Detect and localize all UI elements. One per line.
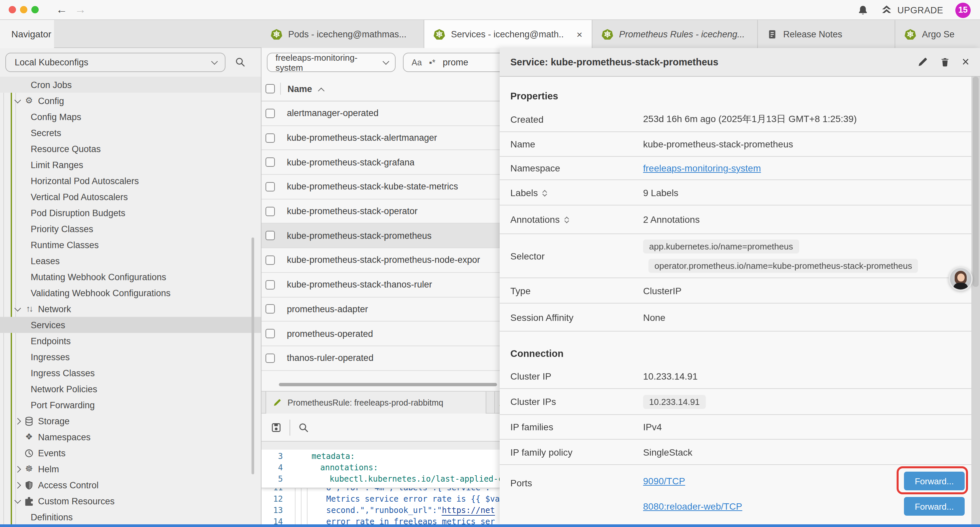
- tab-services-icecheng-math[interactable]: Services - icecheng@math...×: [424, 20, 592, 48]
- editor-tab-prometheusrule[interactable]: PrometheusRule: freeleaps-prod-rabbitmq: [266, 392, 486, 414]
- assistant-avatar[interactable]: [949, 267, 973, 291]
- table-row-alertmanager-operated[interactable]: alertmanager-operated: [261, 101, 500, 126]
- sort-ascending-icon[interactable]: [318, 88, 325, 94]
- services-table: alertmanager-operatedkube-prometheus-sta…: [261, 101, 500, 371]
- row-checkbox[interactable]: [266, 304, 275, 314]
- chevron-right-icon[interactable]: [14, 466, 21, 472]
- sidebar-item-ingresses[interactable]: Ingresses: [0, 349, 261, 365]
- row-checkbox[interactable]: [266, 329, 275, 338]
- tab-release-notes[interactable]: Release Notes: [758, 20, 895, 48]
- sidebar-item-config-maps[interactable]: Config Maps: [0, 109, 261, 125]
- table-row-prometheus-operated[interactable]: prometheus-operated: [261, 322, 500, 346]
- sidebar-item-leases[interactable]: Leases: [0, 253, 261, 269]
- row-checkbox[interactable]: [266, 158, 275, 167]
- row-checkbox[interactable]: [266, 207, 275, 216]
- table-row-thanos-ruler-operated[interactable]: thanos-ruler-operated: [261, 346, 500, 371]
- forward-button[interactable]: Forward...: [904, 497, 965, 516]
- name-column-header[interactable]: Name: [288, 84, 312, 94]
- navigator-panel-tab[interactable]: Navigator: [0, 20, 54, 48]
- sidebar-item-horizontal-pod-autoscalers[interactable]: Horizontal Pod Autoscalers: [0, 173, 261, 189]
- upgrade-button[interactable]: UPGRADE: [881, 4, 943, 16]
- row-checkbox[interactable]: [266, 231, 275, 240]
- yaml-editor[interactable]: 3metadata:4annotations:5kubectl.kubernet…: [261, 450, 500, 524]
- row-checkbox[interactable]: [266, 133, 275, 142]
- expand-collapse-toggle[interactable]: [543, 188, 547, 196]
- kubeconfig-select[interactable]: Local Kubeconfigs: [5, 53, 226, 72]
- sidebar-item-port-forwarding[interactable]: Port Forwarding: [0, 397, 261, 413]
- tab-argo-se[interactable]: Argo Se: [895, 20, 980, 48]
- panel-scrollbar-track[interactable]: [971, 77, 980, 524]
- sidebar-item-limit-ranges[interactable]: Limit Ranges: [0, 157, 261, 173]
- sidebar-item-vertical-pod-autoscalers[interactable]: Vertical Pod Autoscalers: [0, 189, 261, 205]
- sidebar-item-validating-webhook-configurations[interactable]: Validating Webhook Configurations: [0, 285, 261, 301]
- sidebar-item-namespaces[interactable]: ❖Namespaces: [0, 429, 261, 445]
- forward-arrow-button[interactable]: →: [75, 2, 86, 18]
- row-checkbox[interactable]: [266, 255, 275, 265]
- maximize-window-button[interactable]: [31, 6, 39, 13]
- table-row-kube-prometheus-stack-kube-state-metrics[interactable]: kube-prometheus-stack-kube-state-metrics: [261, 175, 500, 199]
- table-row-kube-prometheus-stack-thanos-ruler[interactable]: kube-prometheus-stack-thanos-ruler: [261, 273, 500, 297]
- close-window-button[interactable]: [9, 6, 16, 13]
- sidebar-item-access-control[interactable]: Access Control: [0, 477, 261, 493]
- table-row-kube-prometheus-stack-operator[interactable]: kube-prometheus-stack-operator: [261, 199, 500, 224]
- filter-input[interactable]: Aa ▪* prome: [403, 53, 516, 72]
- sidebar-item-resource-quotas[interactable]: Resource Quotas: [0, 141, 261, 157]
- app-window: ← → UPGRADE 15 Navigator Pods - icecheng…: [0, 0, 980, 527]
- table-row-kube-prometheus-stack-grafana[interactable]: kube-prometheus-stack-grafana: [261, 150, 500, 175]
- sidebar-item-endpoints[interactable]: Endpoints: [0, 333, 261, 349]
- select-all-checkbox[interactable]: [266, 84, 275, 93]
- sidebar-item-network-policies[interactable]: Network Policies: [0, 381, 261, 397]
- match-case-toggle[interactable]: Aa: [412, 58, 422, 67]
- save-icon[interactable]: [271, 422, 282, 433]
- port-link[interactable]: 9090/TCP: [643, 476, 685, 486]
- notification-count-badge[interactable]: 15: [955, 2, 970, 18]
- sidebar-item-runtime-classes[interactable]: Runtime Classes: [0, 237, 261, 253]
- sidebar-item-services[interactable]: Services: [0, 317, 261, 333]
- expand-collapse-toggle[interactable]: [565, 215, 568, 223]
- sidebar-item-helm[interactable]: ☸Helm: [0, 461, 261, 477]
- regex-toggle[interactable]: ▪*: [429, 58, 436, 67]
- sidebar-item-config[interactable]: ⚙Config: [0, 93, 261, 109]
- notifications-bell-icon[interactable]: [857, 4, 869, 16]
- editor-search-icon[interactable]: [298, 422, 309, 433]
- row-checkbox[interactable]: [266, 109, 275, 118]
- namespace-link[interactable]: freeleaps-monitoring-system: [643, 163, 761, 174]
- table-row-kube-prometheus-stack-alertmanager[interactable]: kube-prometheus-stack-alertmanager: [261, 126, 500, 150]
- sidebar-item-ingress-classes[interactable]: Ingress Classes: [0, 365, 261, 381]
- tab-pods-icecheng-mathmas[interactable]: Pods - icecheng@mathmas...: [261, 20, 424, 48]
- sidebar-item-priority-classes[interactable]: Priority Classes: [0, 221, 261, 237]
- sidebar-item-network[interactable]: ↑↓Network: [0, 301, 261, 317]
- back-arrow-button[interactable]: ←: [56, 2, 67, 18]
- table-row-kube-prometheus-stack-prometheus[interactable]: kube-prometheus-stack-prometheus: [261, 224, 500, 248]
- table-row-kube-prometheus-stack-prometheus-node-expor[interactable]: kube-prometheus-stack-prometheus-node-ex…: [261, 248, 500, 272]
- row-checkbox[interactable]: [266, 182, 275, 191]
- sidebar-item-custom-resources[interactable]: Custom Resources: [0, 493, 261, 509]
- sidebar-item-mutating-webhook-configurations[interactable]: Mutating Webhook Configurations: [0, 269, 261, 285]
- sidebar-search-icon[interactable]: [235, 57, 245, 67]
- horizontal-scrollbar-thumb[interactable]: [279, 383, 497, 386]
- chevron-right-icon[interactable]: [14, 417, 21, 424]
- row-checkbox[interactable]: [266, 280, 275, 289]
- sidebar-item-events[interactable]: Events: [0, 445, 261, 461]
- namespace-select[interactable]: freeleaps-monitoring-system: [267, 53, 396, 72]
- sidebar-item-storage[interactable]: Storage: [0, 413, 261, 429]
- chevron-right-icon[interactable]: [14, 482, 21, 488]
- delete-trash-icon[interactable]: [940, 57, 950, 67]
- sidebar-item-definitions[interactable]: Definitions: [0, 509, 261, 524]
- chevron-down-icon[interactable]: [14, 96, 21, 103]
- tab-prometheus-rules-icecheng[interactable]: Prometheus Rules - icecheng...: [592, 20, 758, 48]
- panel-scrollbar-thumb[interactable]: [973, 77, 978, 287]
- chevron-down-icon[interactable]: [14, 304, 21, 311]
- close-icon[interactable]: ×: [962, 57, 969, 67]
- tab-close-icon[interactable]: ×: [576, 30, 582, 39]
- minimize-window-button[interactable]: [20, 6, 27, 13]
- sidebar-scrollbar-thumb[interactable]: [251, 237, 254, 474]
- edit-pencil-icon[interactable]: [917, 57, 928, 67]
- sidebar-item-secrets[interactable]: Secrets: [0, 125, 261, 141]
- sidebar-item-pod-disruption-budgets[interactable]: Pod Disruption Budgets: [0, 205, 261, 221]
- port-link[interactable]: 8080:reloader-web/TCP: [643, 501, 742, 512]
- row-checkbox[interactable]: [266, 353, 275, 363]
- table-row-prometheus-adapter[interactable]: prometheus-adapter: [261, 297, 500, 322]
- sidebar-item-cron-jobs[interactable]: Cron Jobs: [0, 77, 261, 93]
- chevron-down-icon[interactable]: [14, 497, 21, 503]
